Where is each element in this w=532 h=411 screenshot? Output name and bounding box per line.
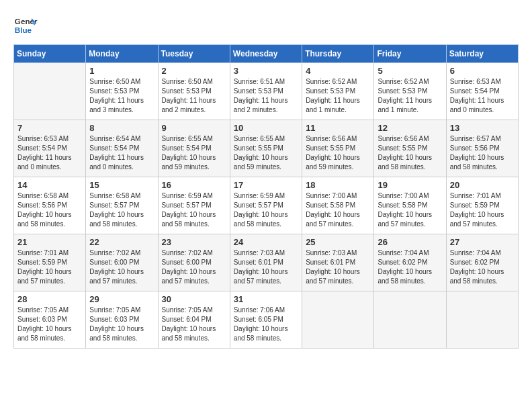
day-detail: Sunrise: 6:53 AMSunset: 5:54 PMDaylight:… (17, 134, 82, 172)
week-row-4: 21Sunrise: 7:01 AMSunset: 5:59 PMDayligh… (14, 234, 519, 291)
day-detail: Sunrise: 7:00 AMSunset: 5:58 PMDaylight:… (306, 191, 370, 229)
day-detail: Sunrise: 7:04 AMSunset: 6:02 PMDaylight:… (378, 248, 442, 286)
day-number: 28 (17, 294, 82, 304)
week-row-2: 7Sunrise: 6:53 AMSunset: 5:54 PMDaylight… (14, 120, 519, 177)
table-cell: 10Sunrise: 6:55 AMSunset: 5:55 PMDayligh… (230, 120, 302, 177)
day-number: 12 (378, 123, 442, 133)
day-number: 16 (162, 180, 226, 190)
day-number: 17 (234, 180, 298, 190)
table-cell: 22Sunrise: 7:02 AMSunset: 6:00 PMDayligh… (86, 234, 158, 291)
logo-icon: General Blue (13, 13, 38, 38)
day-detail: Sunrise: 6:52 AMSunset: 5:53 PMDaylight:… (306, 77, 370, 115)
day-detail: Sunrise: 6:59 AMSunset: 5:57 PMDaylight:… (234, 191, 298, 229)
day-detail: Sunrise: 6:50 AMSunset: 5:53 PMDaylight:… (89, 77, 154, 115)
day-number: 9 (162, 123, 226, 133)
table-cell: 1Sunrise: 6:50 AMSunset: 5:53 PMDaylight… (86, 63, 158, 120)
day-number: 25 (306, 237, 370, 247)
day-detail: Sunrise: 7:03 AMSunset: 6:01 PMDaylight:… (234, 248, 298, 286)
day-number: 11 (306, 123, 370, 133)
day-number: 29 (89, 294, 154, 304)
header-wednesday: Wednesday (230, 45, 302, 63)
day-number: 19 (378, 180, 442, 190)
table-cell (446, 291, 518, 349)
table-cell: 16Sunrise: 6:59 AMSunset: 5:57 PMDayligh… (158, 177, 230, 234)
day-number: 21 (17, 237, 82, 247)
day-detail: Sunrise: 6:59 AMSunset: 5:57 PMDaylight:… (162, 191, 226, 229)
day-detail: Sunrise: 6:51 AMSunset: 5:53 PMDaylight:… (234, 77, 298, 115)
day-number: 18 (306, 180, 370, 190)
table-cell: 18Sunrise: 7:00 AMSunset: 5:58 PMDayligh… (302, 177, 374, 234)
svg-text:Blue: Blue (15, 26, 32, 34)
day-number: 31 (234, 294, 298, 304)
table-cell: 9Sunrise: 6:55 AMSunset: 5:54 PMDaylight… (158, 120, 230, 177)
week-row-1: 1Sunrise: 6:50 AMSunset: 5:53 PMDaylight… (14, 63, 519, 120)
day-number: 10 (234, 123, 298, 133)
header-tuesday: Tuesday (158, 45, 230, 63)
day-detail: Sunrise: 6:54 AMSunset: 5:54 PMDaylight:… (89, 134, 154, 172)
day-detail: Sunrise: 7:03 AMSunset: 6:01 PMDaylight:… (306, 248, 370, 286)
day-detail: Sunrise: 6:58 AMSunset: 5:56 PMDaylight:… (17, 191, 82, 229)
table-cell: 11Sunrise: 6:56 AMSunset: 5:55 PMDayligh… (302, 120, 374, 177)
table-cell: 30Sunrise: 7:05 AMSunset: 6:04 PMDayligh… (158, 291, 230, 349)
table-cell: 12Sunrise: 6:56 AMSunset: 5:55 PMDayligh… (374, 120, 446, 177)
day-number: 20 (450, 180, 515, 190)
table-cell: 6Sunrise: 6:53 AMSunset: 5:54 PMDaylight… (446, 63, 518, 120)
table-cell: 28Sunrise: 7:05 AMSunset: 6:03 PMDayligh… (14, 291, 86, 349)
table-cell: 25Sunrise: 7:03 AMSunset: 6:01 PMDayligh… (302, 234, 374, 291)
table-cell: 24Sunrise: 7:03 AMSunset: 6:01 PMDayligh… (230, 234, 302, 291)
day-detail: Sunrise: 7:02 AMSunset: 6:00 PMDaylight:… (162, 248, 226, 286)
table-cell: 4Sunrise: 6:52 AMSunset: 5:53 PMDaylight… (302, 63, 374, 120)
day-detail: Sunrise: 6:55 AMSunset: 5:54 PMDaylight:… (162, 134, 226, 172)
day-detail: Sunrise: 7:00 AMSunset: 5:58 PMDaylight:… (378, 191, 442, 229)
day-number: 7 (17, 123, 82, 133)
day-number: 1 (89, 66, 154, 76)
table-cell: 21Sunrise: 7:01 AMSunset: 5:59 PMDayligh… (14, 234, 86, 291)
table-cell: 17Sunrise: 6:59 AMSunset: 5:57 PMDayligh… (230, 177, 302, 234)
header-saturday: Saturday (446, 45, 518, 63)
table-cell: 20Sunrise: 7:01 AMSunset: 5:59 PMDayligh… (446, 177, 518, 234)
day-detail: Sunrise: 6:56 AMSunset: 5:55 PMDaylight:… (306, 134, 370, 172)
table-cell: 15Sunrise: 6:58 AMSunset: 5:57 PMDayligh… (86, 177, 158, 234)
day-number: 5 (378, 66, 442, 76)
page-header: General Blue (13, 13, 519, 38)
table-cell: 23Sunrise: 7:02 AMSunset: 6:00 PMDayligh… (158, 234, 230, 291)
header-row: SundayMondayTuesdayWednesdayThursdayFrid… (14, 45, 519, 63)
day-detail: Sunrise: 6:55 AMSunset: 5:55 PMDaylight:… (234, 134, 298, 172)
day-detail: Sunrise: 6:58 AMSunset: 5:57 PMDaylight:… (89, 191, 154, 229)
table-cell: 13Sunrise: 6:57 AMSunset: 5:56 PMDayligh… (446, 120, 518, 177)
table-cell: 14Sunrise: 6:58 AMSunset: 5:56 PMDayligh… (14, 177, 86, 234)
day-number: 23 (162, 237, 226, 247)
day-number: 22 (89, 237, 154, 247)
day-number: 14 (17, 180, 82, 190)
table-cell (374, 291, 446, 349)
day-number: 8 (89, 123, 154, 133)
week-row-3: 14Sunrise: 6:58 AMSunset: 5:56 PMDayligh… (14, 177, 519, 234)
table-cell: 27Sunrise: 7:04 AMSunset: 6:02 PMDayligh… (446, 234, 518, 291)
day-number: 3 (234, 66, 298, 76)
day-number: 24 (234, 237, 298, 247)
day-detail: Sunrise: 7:02 AMSunset: 6:00 PMDaylight:… (89, 248, 154, 286)
day-detail: Sunrise: 7:04 AMSunset: 6:02 PMDaylight:… (450, 248, 515, 286)
day-detail: Sunrise: 7:06 AMSunset: 6:05 PMDaylight:… (234, 306, 298, 343)
day-number: 6 (450, 66, 515, 76)
day-detail: Sunrise: 7:05 AMSunset: 6:04 PMDaylight:… (162, 306, 226, 343)
table-cell: 5Sunrise: 6:52 AMSunset: 5:53 PMDaylight… (374, 63, 446, 120)
day-detail: Sunrise: 6:57 AMSunset: 5:56 PMDaylight:… (450, 134, 515, 172)
header-sunday: Sunday (14, 45, 86, 63)
table-cell: 19Sunrise: 7:00 AMSunset: 5:58 PMDayligh… (374, 177, 446, 234)
table-cell (302, 291, 374, 349)
day-detail: Sunrise: 6:52 AMSunset: 5:53 PMDaylight:… (378, 77, 442, 115)
table-cell (14, 63, 86, 120)
day-detail: Sunrise: 7:05 AMSunset: 6:03 PMDaylight:… (89, 306, 154, 343)
table-cell: 7Sunrise: 6:53 AMSunset: 5:54 PMDaylight… (14, 120, 86, 177)
header-thursday: Thursday (302, 45, 374, 63)
logo: General Blue (13, 13, 38, 38)
week-row-5: 28Sunrise: 7:05 AMSunset: 6:03 PMDayligh… (14, 291, 519, 349)
table-cell: 2Sunrise: 6:50 AMSunset: 5:53 PMDaylight… (158, 63, 230, 120)
day-detail: Sunrise: 6:50 AMSunset: 5:53 PMDaylight:… (162, 77, 226, 115)
table-cell: 8Sunrise: 6:54 AMSunset: 5:54 PMDaylight… (86, 120, 158, 177)
day-detail: Sunrise: 6:53 AMSunset: 5:54 PMDaylight:… (450, 77, 515, 115)
day-number: 4 (306, 66, 370, 76)
day-number: 13 (450, 123, 515, 133)
table-cell: 26Sunrise: 7:04 AMSunset: 6:02 PMDayligh… (374, 234, 446, 291)
